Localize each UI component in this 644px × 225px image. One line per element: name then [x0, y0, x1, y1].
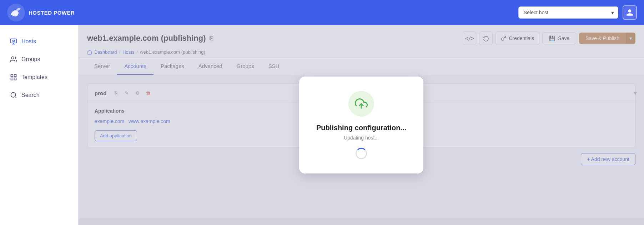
- modal-spinner-container: [316, 148, 406, 159]
- top-nav-right: Select host: [518, 5, 637, 20]
- main-dimmed: web1.example.com (publishing) ⎘ </>: [79, 25, 644, 225]
- sidebar-item-hosts[interactable]: Hosts: [3, 33, 75, 50]
- modal-title: Publishing configuration...: [316, 124, 406, 132]
- logo-icon: [7, 4, 25, 21]
- sidebar-templates-label: Templates: [21, 74, 47, 80]
- svg-rect-1: [11, 39, 17, 43]
- sidebar-item-search[interactable]: Search: [3, 87, 75, 104]
- top-nav: HOSTED POWER Select host: [0, 0, 644, 25]
- svg-point-2: [13, 40, 15, 42]
- templates-icon: [10, 74, 17, 81]
- svg-point-8: [11, 93, 16, 97]
- sidebar-hosts-label: Hosts: [21, 38, 36, 45]
- svg-point-3: [11, 57, 14, 59]
- user-icon: [626, 9, 634, 16]
- layout: Hosts Groups Templates: [0, 25, 644, 225]
- main-content: web1.example.com (publishing) ⎘ </>: [79, 25, 644, 225]
- hosts-icon: [10, 38, 17, 45]
- svg-rect-4: [11, 75, 13, 77]
- svg-rect-5: [14, 75, 16, 77]
- sidebar-item-templates[interactable]: Templates: [3, 69, 75, 86]
- select-host-wrapper[interactable]: Select host: [518, 6, 618, 19]
- user-avatar[interactable]: [623, 5, 637, 20]
- modal-subtitle: Updating host...: [316, 135, 406, 141]
- groups-icon: [10, 56, 17, 63]
- select-host-dropdown[interactable]: Select host: [518, 6, 618, 19]
- svg-rect-6: [11, 78, 13, 80]
- cloud-upload-icon: [355, 97, 368, 110]
- modal-overlay: Publishing configuration... Updating hos…: [79, 25, 644, 225]
- logo-area: HOSTED POWER: [7, 4, 75, 21]
- loading-spinner: [356, 148, 367, 159]
- sidebar-groups-label: Groups: [21, 56, 40, 63]
- sidebar-search-label: Search: [21, 92, 40, 98]
- publishing-modal: Publishing configuration... Updating hos…: [299, 77, 423, 173]
- logo-text: HOSTED POWER: [29, 10, 75, 16]
- modal-icon: [348, 91, 374, 117]
- search-icon: [10, 92, 17, 99]
- sidebar-item-groups[interactable]: Groups: [3, 51, 75, 68]
- svg-rect-7: [14, 78, 16, 80]
- sidebar: Hosts Groups Templates: [0, 25, 79, 225]
